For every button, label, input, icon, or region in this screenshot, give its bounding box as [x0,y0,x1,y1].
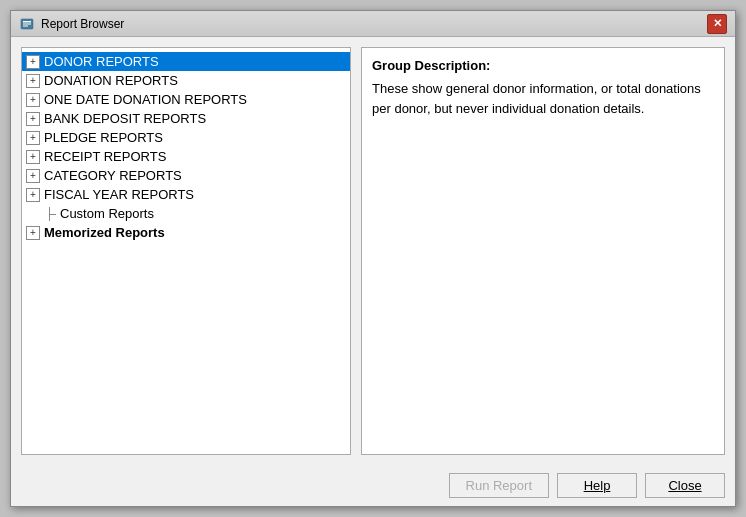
svg-rect-3 [23,25,28,26]
tree-line-prefix [42,207,56,221]
tree-label-pledge-reports: PLEDGE REPORTS [44,130,163,145]
tree-item-receipt-reports[interactable]: +RECEIPT REPORTS [22,147,350,166]
tree-item-donor-reports[interactable]: +DONOR REPORTS [22,52,350,71]
tree-item-custom-reports[interactable]: Custom Reports [22,204,350,223]
svg-rect-2 [23,23,31,24]
tree-item-pledge-reports[interactable]: +PLEDGE REPORTS [22,128,350,147]
expand-icon-receipt-reports[interactable]: + [26,150,40,164]
tree-panel: +DONOR REPORTS+DONATION REPORTS+ONE DATE… [21,47,351,455]
expand-icon-donor-reports[interactable]: + [26,55,40,69]
footer: Run Report Help Close [11,465,735,506]
tree-item-category-reports[interactable]: +CATEGORY REPORTS [22,166,350,185]
tree-label-fiscal-year-reports: FISCAL YEAR REPORTS [44,187,194,202]
tree-item-bank-deposit-reports[interactable]: +BANK DEPOSIT REPORTS [22,109,350,128]
tree-label-donor-reports: DONOR REPORTS [44,54,159,69]
tree-item-donation-reports[interactable]: +DONATION REPORTS [22,71,350,90]
right-panel: Group Description: These show general do… [361,47,725,455]
tree-item-fiscal-year-reports[interactable]: +FISCAL YEAR REPORTS [22,185,350,204]
tree-label-donation-reports: DONATION REPORTS [44,73,178,88]
close-button[interactable]: Close [645,473,725,498]
tree-label-memorized-reports: Memorized Reports [44,225,165,240]
help-button[interactable]: Help [557,473,637,498]
expand-icon-fiscal-year-reports[interactable]: + [26,188,40,202]
window-icon [19,16,35,32]
expand-icon-category-reports[interactable]: + [26,169,40,183]
tree-label-custom-reports: Custom Reports [60,206,154,221]
description-title: Group Description: [372,58,714,73]
tree-label-receipt-reports: RECEIPT REPORTS [44,149,166,164]
tree-item-memorized-reports[interactable]: +Memorized Reports [22,223,350,242]
tree-label-one-date-donation-reports: ONE DATE DONATION REPORTS [44,92,247,107]
tree-label-bank-deposit-reports: BANK DEPOSIT REPORTS [44,111,206,126]
window-title: Report Browser [41,17,707,31]
window-close-button[interactable]: ✕ [707,14,727,34]
titlebar: Report Browser ✕ [11,11,735,37]
tree-item-one-date-donation-reports[interactable]: +ONE DATE DONATION REPORTS [22,90,350,109]
expand-icon-donation-reports[interactable]: + [26,74,40,88]
expand-icon-memorized-reports[interactable]: + [26,226,40,240]
tree-label-category-reports: CATEGORY REPORTS [44,168,182,183]
description-text: These show general donor information, or… [372,79,714,118]
expand-icon-pledge-reports[interactable]: + [26,131,40,145]
expand-icon-one-date-donation-reports[interactable]: + [26,93,40,107]
svg-rect-1 [23,21,31,23]
report-browser-window: Report Browser ✕ +DONOR REPORTS+DONATION… [10,10,736,507]
run-report-button[interactable]: Run Report [449,473,549,498]
description-box: Group Description: These show general do… [361,47,725,455]
main-content: +DONOR REPORTS+DONATION REPORTS+ONE DATE… [11,37,735,465]
expand-icon-bank-deposit-reports[interactable]: + [26,112,40,126]
